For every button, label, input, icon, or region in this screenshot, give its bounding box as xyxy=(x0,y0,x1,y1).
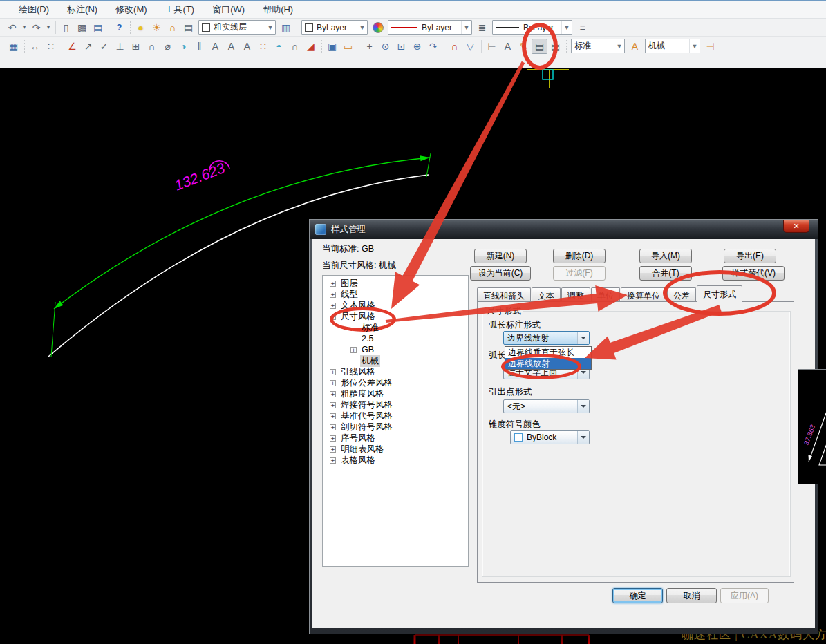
chevron-down-icon[interactable] xyxy=(577,431,589,444)
dim-edit-icon[interactable]: ⊢ xyxy=(484,39,500,54)
undo-icon[interactable]: ↶ xyxy=(4,20,20,35)
separator[interactable] xyxy=(319,39,324,54)
tree-item-gb[interactable]: + GB xyxy=(323,344,468,355)
zoom-back-icon[interactable]: ↷ xyxy=(425,39,441,54)
hatch-icon[interactable]: ◓ xyxy=(271,39,287,54)
redo-icon[interactable]: ↷ xyxy=(28,20,44,35)
mirror-text-icon[interactable]: ‖ xyxy=(191,39,207,54)
text-align-icon[interactable]: A xyxy=(223,39,239,54)
tree-item-roughness-style[interactable]: + 粗糙度风格 xyxy=(323,388,468,399)
style-override-button[interactable]: 样式替代(V) xyxy=(722,266,785,281)
arc-dim-icon[interactable]: ∩ xyxy=(144,39,160,54)
text-style-combo[interactable]: 标准 ▼ xyxy=(571,39,625,53)
angle-line-icon[interactable]: ∠ xyxy=(64,39,80,54)
style-edit-icon[interactable]: ▤ xyxy=(547,39,563,54)
redo-dropdown-icon[interactable]: ▾ xyxy=(44,20,53,35)
layer-combo[interactable]: 粗实线层 ▼ xyxy=(198,20,276,35)
ruler-icon[interactable]: ▭ xyxy=(340,39,356,54)
tree-item-bom-style[interactable]: + 明细表风格 xyxy=(323,444,468,455)
tree-item-layers[interactable]: + 图层 xyxy=(323,278,468,289)
delete-button[interactable]: 删除(D) xyxy=(553,249,606,263)
close-button[interactable]: ✕ xyxy=(783,220,809,233)
separator[interactable] xyxy=(478,39,484,54)
menu-tools[interactable]: 工具(T) xyxy=(156,1,204,18)
option-radiating[interactable]: 边界线放射 xyxy=(505,358,591,369)
color-wheel-icon[interactable] xyxy=(370,20,386,35)
separator[interactable] xyxy=(563,39,569,54)
tree-item-section-style[interactable]: + 剖切符号风格 xyxy=(323,422,468,433)
point-marks-icon[interactable]: ∷ xyxy=(255,39,271,54)
zoom-all-icon[interactable]: ⊕ xyxy=(409,39,425,54)
tree-item-table-style[interactable]: + 表格风格 xyxy=(323,455,468,466)
tree-item-balloon-style[interactable]: + 序号风格 xyxy=(323,433,468,444)
separator[interactable] xyxy=(294,20,299,35)
menu-dimension[interactable]: 标注(N) xyxy=(58,1,106,18)
tree-expander[interactable]: − xyxy=(330,314,336,320)
menu-window[interactable]: 窗口(W) xyxy=(203,1,254,18)
tree-expander[interactable]: + xyxy=(330,424,336,430)
brush-icon[interactable]: ✎ xyxy=(516,39,532,54)
printer-icon[interactable]: ▤ xyxy=(180,20,196,35)
pie-section-icon[interactable]: ◑ xyxy=(176,39,191,54)
separator[interactable] xyxy=(21,39,27,54)
lineweight-settings-icon[interactable]: ≣ xyxy=(474,20,490,35)
tree-expander[interactable]: + xyxy=(350,347,357,353)
list-icon[interactable]: ≡ xyxy=(574,20,590,35)
tree-item-weld-style[interactable]: + 焊接符号风格 xyxy=(323,399,468,410)
text-underline-icon[interactable]: A xyxy=(239,39,255,54)
set-current-button[interactable]: 设为当前(C) xyxy=(470,266,531,281)
separator[interactable] xyxy=(356,39,362,54)
separator[interactable] xyxy=(53,20,58,35)
linetype-combo[interactable]: ByLayer ▼ xyxy=(388,20,472,35)
snap-magnet-icon[interactable]: ∩ xyxy=(447,39,462,54)
surface-check-icon[interactable]: ✓ xyxy=(96,39,112,54)
dim-style-combo[interactable]: 机械 ▼ xyxy=(645,39,700,53)
tab-adjust[interactable]: 调整 xyxy=(561,287,590,301)
merge-button[interactable]: 合并(T) xyxy=(639,266,692,281)
text-style-a-icon[interactable]: A xyxy=(207,39,223,54)
tree-expander[interactable]: + xyxy=(330,292,336,298)
leader-icon[interactable]: ↗ xyxy=(80,39,96,54)
pan-icon[interactable]: + xyxy=(362,39,377,54)
save-icon[interactable]: ▤ xyxy=(90,20,106,35)
dim-linear-icon[interactable]: ↔ xyxy=(27,39,43,54)
filter-icon[interactable]: ▽ xyxy=(462,39,478,54)
tree-item-gdt-style[interactable]: + 形位公差风格 xyxy=(323,377,468,388)
separator[interactable] xyxy=(441,39,447,54)
slope-icon[interactable]: ◢ xyxy=(303,39,319,54)
tree-item-text-style[interactable]: + 文本风格 xyxy=(323,300,468,311)
tree-expander[interactable]: + xyxy=(330,446,336,453)
arc-dim-form-combo[interactable]: 边界线放射 xyxy=(503,331,590,345)
color-combo[interactable]: ByLayer ▼ xyxy=(301,20,368,35)
template-icon[interactable]: ▩ xyxy=(74,20,90,35)
chevron-down-icon[interactable] xyxy=(577,332,589,344)
tab-dim-form[interactable]: 尺寸形式 xyxy=(697,285,742,301)
tolerance-frame-icon[interactable]: ⊞ xyxy=(128,39,144,54)
tree-item-jixie[interactable]: 机械 xyxy=(323,355,468,366)
tab-alt-units[interactable]: 换算单位 xyxy=(621,287,666,301)
display-icon[interactable]: ▣ xyxy=(324,39,340,54)
dim-style-icon[interactable]: ⊣ xyxy=(702,39,718,54)
tab-text[interactable]: 文本 xyxy=(532,287,561,301)
tree-expander[interactable]: + xyxy=(330,303,336,309)
cancel-button[interactable]: 取消 xyxy=(666,588,717,603)
tab-units[interactable]: 单位 xyxy=(591,287,620,301)
tree-expander[interactable]: + xyxy=(330,402,336,408)
part-library-icon[interactable]: ▦ xyxy=(6,39,21,54)
tree-expander[interactable]: + xyxy=(330,435,336,442)
lock-icon[interactable]: ∩ xyxy=(165,20,180,35)
separator[interactable] xyxy=(59,39,64,54)
bulb-icon[interactable]: ● xyxy=(133,20,149,35)
import-button[interactable]: 导入(M) xyxy=(639,249,692,263)
dialog-titlebar[interactable]: 样式管理 xyxy=(310,220,818,239)
tree-item-standard[interactable]: 标准 xyxy=(323,322,468,333)
layer-settings-icon[interactable]: ▥ xyxy=(278,20,294,35)
tree-expander[interactable]: + xyxy=(330,281,336,287)
text-edit-icon[interactable]: A xyxy=(500,39,516,54)
new-button[interactable]: 新建(N) xyxy=(474,249,527,263)
separator[interactable] xyxy=(127,20,133,35)
zoom-window-icon[interactable]: ⊡ xyxy=(393,39,409,54)
diameter-dim-icon[interactable]: ⌀ xyxy=(160,39,176,54)
leader-point-combo[interactable]: <无> xyxy=(503,399,590,413)
datum-icon[interactable]: ⊥ xyxy=(112,39,128,54)
